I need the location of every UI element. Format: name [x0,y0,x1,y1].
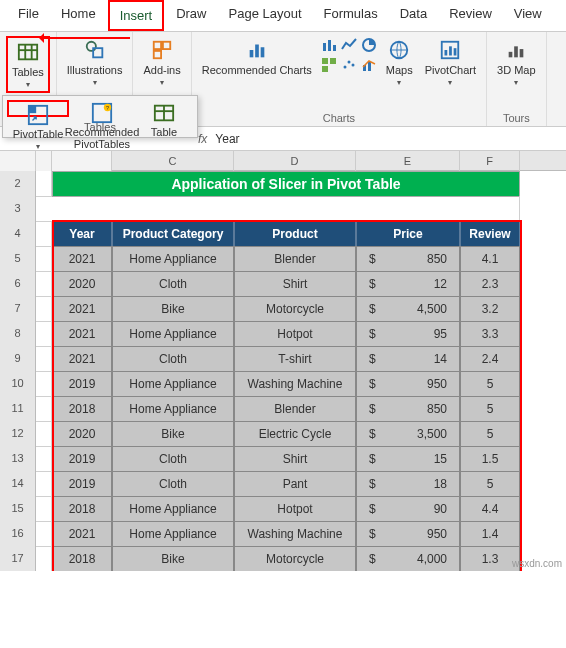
price-cell[interactable]: $14 [356,346,460,372]
pie-chart-icon[interactable] [360,36,378,54]
price-cell[interactable]: $850 [356,396,460,422]
cell[interactable] [36,471,52,497]
row-header[interactable]: 6 [0,271,36,297]
cell[interactable]: Cloth [112,446,234,472]
cell[interactable] [36,371,52,397]
cell[interactable]: Home Appliance [112,371,234,397]
row-header[interactable]: 8 [0,321,36,347]
row-header[interactable]: 9 [0,346,36,372]
scatter-chart-icon[interactable] [340,56,358,74]
cell[interactable] [36,421,52,447]
cell[interactable] [36,496,52,522]
price-cell[interactable]: $950 [356,521,460,547]
cell[interactable]: 2021 [52,521,112,547]
cell[interactable]: 2020 [52,271,112,297]
cell[interactable] [36,446,52,472]
cell[interactable] [36,346,52,372]
cell[interactable] [36,521,52,547]
fx-icon[interactable]: fx [198,132,207,146]
cell[interactable]: Blender [234,396,356,422]
table-button[interactable]: Table [135,100,193,117]
cell[interactable] [36,271,52,297]
cell[interactable]: 2020 [52,421,112,447]
row-header[interactable]: 10 [0,371,36,397]
tab-formulas[interactable]: Formulas [314,0,388,31]
cell[interactable]: 3.3 [460,321,520,347]
cell[interactable]: 2019 [52,446,112,472]
cell[interactable]: 2.3 [460,271,520,297]
table-header[interactable]: Product Category [112,221,234,247]
cell[interactable] [36,546,52,571]
cell[interactable]: Home Appliance [112,496,234,522]
tables-button[interactable]: Tables [6,36,50,93]
cell[interactable]: Bike [112,296,234,322]
combo-chart-icon[interactable] [360,56,378,74]
price-cell[interactable]: $4,000 [356,546,460,571]
cell[interactable]: 5 [460,396,520,422]
row-header[interactable]: 11 [0,396,36,422]
maps-button[interactable]: Maps [382,36,417,89]
cell[interactable]: 2019 [52,371,112,397]
tab-insert[interactable]: Insert [108,0,165,31]
tab-draw[interactable]: Draw [166,0,216,31]
row-header[interactable]: 12 [0,421,36,447]
cell[interactable]: Bike [112,421,234,447]
col-C[interactable]: C [112,151,234,171]
row-header[interactable]: 15 [0,496,36,522]
formula-value[interactable]: Year [215,132,239,146]
cell[interactable]: 2021 [52,321,112,347]
cell[interactable] [36,246,52,272]
cell[interactable]: Motorcycle [234,296,356,322]
cell[interactable] [36,396,52,422]
price-cell[interactable]: $15 [356,446,460,472]
cell[interactable]: Washing Machine [234,371,356,397]
cell[interactable]: 1.4 [460,521,520,547]
row-header[interactable]: 13 [0,446,36,472]
cell[interactable]: 2019 [52,471,112,497]
table-header[interactable]: Review [460,221,520,247]
cell[interactable]: T-shirt [234,346,356,372]
row-header[interactable]: 3 [0,196,36,222]
table-header[interactable]: Product [234,221,356,247]
cell[interactable]: 2021 [52,346,112,372]
price-cell[interactable]: $3,500 [356,421,460,447]
row-header[interactable]: 14 [0,471,36,497]
pivottable-button[interactable]: PivotTable [7,100,69,117]
cell[interactable]: 2.4 [460,346,520,372]
cell[interactable]: Bike [112,546,234,571]
cell[interactable]: Electric Cycle [234,421,356,447]
tab-file[interactable]: File [8,0,49,31]
cell[interactable]: Blender [234,246,356,272]
tab-data[interactable]: Data [390,0,437,31]
col-D[interactable]: D [234,151,356,171]
row-header[interactable]: 7 [0,296,36,322]
cell[interactable] [36,171,52,197]
tab-view[interactable]: View [504,0,552,31]
cell[interactable]: 2021 [52,296,112,322]
cell[interactable]: Home Appliance [112,246,234,272]
table-header[interactable]: Price [356,221,460,247]
cell[interactable]: Home Appliance [112,321,234,347]
addins-button[interactable]: Add-ins [139,36,184,89]
price-cell[interactable]: $850 [356,246,460,272]
tab-review[interactable]: Review [439,0,502,31]
cell[interactable]: Hotpot [234,496,356,522]
cell[interactable]: Home Appliance [112,396,234,422]
row-header[interactable]: 5 [0,246,36,272]
hierarchy-chart-icon[interactable] [320,56,338,74]
cell[interactable]: 2018 [52,396,112,422]
cell[interactable] [36,221,52,247]
tab-page-layout[interactable]: Page Layout [219,0,312,31]
col-F[interactable]: F [460,151,520,171]
illustrations-button[interactable]: Illustrations [63,36,127,89]
cell[interactable] [36,196,520,222]
cell[interactable]: Washing Machine [234,521,356,547]
title-cell[interactable]: Application of Slicer in Pivot Table [52,171,520,197]
cell[interactable]: 4.1 [460,246,520,272]
cell[interactable]: 1.5 [460,446,520,472]
tab-home[interactable]: Home [51,0,106,31]
row-header[interactable]: 2 [0,171,36,197]
price-cell[interactable]: $4,500 [356,296,460,322]
price-cell[interactable]: $18 [356,471,460,497]
cell[interactable]: 5 [460,421,520,447]
